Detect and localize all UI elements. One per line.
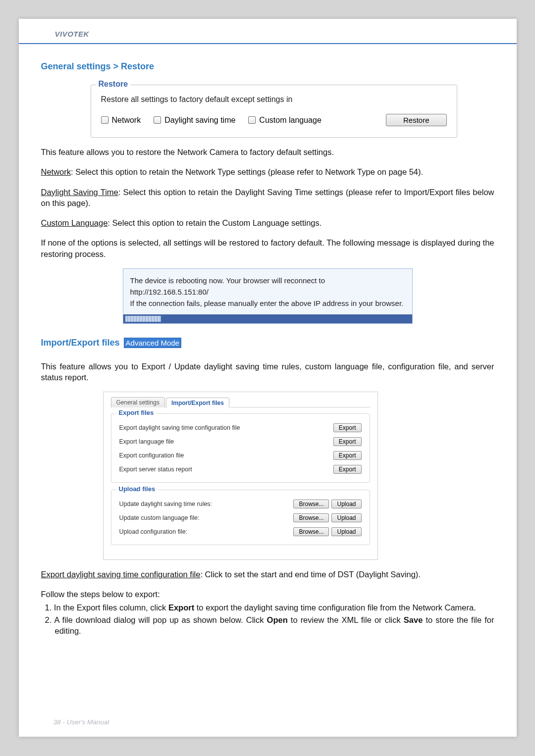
para-lang: Custom Language: Select this option to r… [41,217,494,228]
export-row-config-label: Export configuration file [119,452,333,459]
checkbox-network-label: Network [112,116,141,125]
export-files-fieldset: Export files Export daylight saving time… [111,413,370,483]
export-row-status: Export server status report Export [119,462,362,476]
export-row-dst-label: Export daylight saving time configuratio… [119,424,333,431]
export-row-config: Export configuration file Export [119,449,362,462]
section-title-ie-text: Import/Export files [41,338,120,348]
para-intro: This feature allows you to restore the N… [41,147,494,157]
section-title-import-export: Import/Export files Advanced Mode [41,338,494,348]
upload-files-fieldset: Upload files Update daylight saving time… [111,490,370,545]
para-lang-label: Custom Language [41,218,108,227]
export-config-button[interactable]: Export [333,451,362,460]
brand-label: VIVOTEK [41,29,494,43]
browse-language-button[interactable]: Browse... [293,513,329,522]
checkbox-lang-label: Custom language [259,116,321,125]
tabs-rule [230,407,370,407]
checkbox-dst-label: Daylight saving time [164,116,235,125]
tab-general-settings[interactable]: General settings [111,397,165,407]
export-row-dst: Export daylight saving time configuratio… [119,421,362,435]
upload-row-dst-label: Update daylight saving time rules: [119,501,294,507]
restore-button[interactable]: Restore [386,114,447,126]
export-language-button[interactable]: Export [333,437,362,446]
para-lang-text: : Select this option to retain the Custo… [107,218,321,227]
tab-import-export[interactable]: Import/Export files [166,398,229,408]
export-row-language-label: Export language file [119,438,333,445]
export-dst-text: : Click to set the start and end time of… [200,570,420,579]
export-files-legend: Export files [116,409,157,416]
reboot-line-1: The device is rebooting now. Your browse… [130,275,405,298]
progress-bar-icon [125,316,161,322]
para-network-label: Network [41,167,71,176]
para-dst-label: Daylight Saving Time [41,188,118,197]
para-export-dst: Export daylight saving time configuratio… [41,569,494,580]
reboot-line-2: If the connection fails, please manually… [130,298,405,309]
upload-config-button[interactable]: Upload [331,527,361,536]
upload-row-dst: Update daylight saving time rules: Brows… [119,497,362,511]
reboot-progress [123,314,412,323]
browse-config-button[interactable]: Browse... [293,527,329,536]
section-title-restore: General settings > Restore [41,61,494,72]
para-dst: Daylight Saving Time: Select this option… [41,187,494,209]
upload-files-legend: Upload files [116,485,158,493]
checkbox-icon [248,116,256,124]
restore-legend: Restore [96,80,131,89]
checkbox-dst[interactable]: Daylight saving time [154,116,235,125]
step-1: 1. In the Export files column, click Exp… [41,602,494,613]
header-rule [19,43,517,44]
restore-instruction: Restore all settings to factory default … [101,95,447,104]
checkbox-network[interactable]: Network [101,116,141,125]
follow-steps: Follow the steps below to export: [41,589,494,600]
para-none: If none of the options is selected, all … [41,237,494,259]
export-dst-label: Export daylight saving time configuratio… [41,570,201,579]
upload-dst-button[interactable]: Upload [331,500,361,508]
upload-row-language: Update custom language file: Browse... U… [119,511,362,525]
upload-row-config: Upload configuration file: Browse... Upl… [119,525,362,539]
checkbox-icon [154,116,161,124]
advanced-mode-badge: Advanced Mode [124,338,181,348]
browse-dst-button[interactable]: Browse... [293,500,329,508]
para-network: Network: Select this option to retain th… [41,166,494,177]
reboot-message-box: The device is rebooting now. Your browse… [123,268,413,324]
export-row-language: Export language file Export [119,435,362,449]
upload-row-language-label: Update custom language file: [119,514,294,521]
para-ie-intro: This feature allows you to Export / Upda… [41,361,494,383]
para-network-text: : Select this option to retain the Netwo… [71,167,423,176]
upload-language-button[interactable]: Upload [331,513,361,522]
export-row-status-label: Export server status report [119,466,333,473]
import-export-panel: General settings Import/Export files Exp… [103,392,378,560]
restore-fieldset: Restore Restore all settings to factory … [91,85,457,138]
export-dst-button[interactable]: Export [333,423,362,432]
checkbox-icon [101,116,108,124]
step-2: 2. A file download dialog will pop up as… [41,614,494,637]
checkbox-custom-language[interactable]: Custom language [248,116,321,125]
export-status-button[interactable]: Export [333,465,362,474]
upload-row-config-label: Upload configuration file: [119,528,294,535]
page-footer: 38 - User's Manual [54,718,109,726]
